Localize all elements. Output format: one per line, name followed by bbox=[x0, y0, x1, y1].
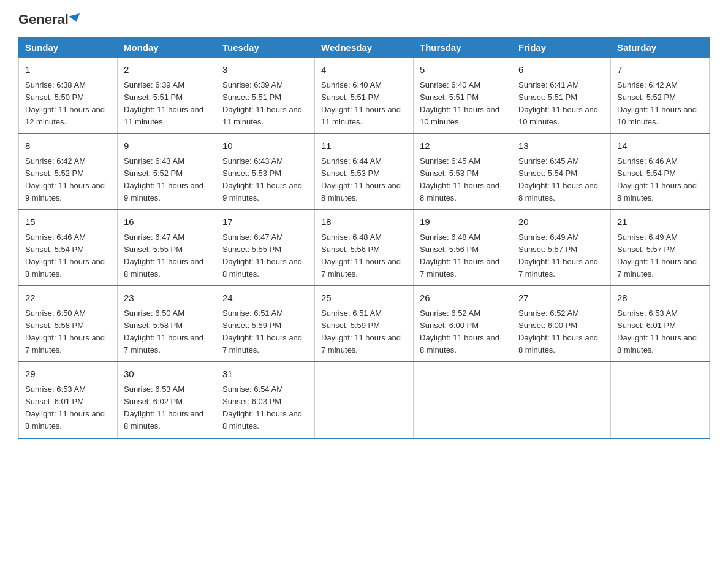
day-number: 23 bbox=[124, 291, 210, 305]
calendar-cell: 9 Sunrise: 6:43 AMSunset: 5:52 PMDayligh… bbox=[118, 134, 216, 210]
day-info: Sunrise: 6:51 AMSunset: 5:59 PMDaylight:… bbox=[222, 308, 302, 354]
calendar-cell: 14 Sunrise: 6:46 AMSunset: 5:54 PMDaylig… bbox=[611, 134, 710, 210]
calendar-cell: 30 Sunrise: 6:53 AMSunset: 6:02 PMDaylig… bbox=[118, 362, 216, 438]
day-info: Sunrise: 6:48 AMSunset: 5:56 PMDaylight:… bbox=[321, 232, 401, 278]
day-number: 30 bbox=[124, 367, 210, 381]
day-number: 5 bbox=[420, 63, 506, 77]
day-info: Sunrise: 6:45 AMSunset: 5:54 PMDaylight:… bbox=[518, 156, 598, 202]
day-number: 6 bbox=[518, 63, 604, 77]
col-monday: Monday bbox=[118, 37, 216, 58]
logo: General bbox=[18, 12, 81, 26]
calendar-cell: 7 Sunrise: 6:42 AMSunset: 5:52 PMDayligh… bbox=[611, 58, 710, 134]
day-number: 13 bbox=[518, 139, 604, 153]
col-saturday: Saturday bbox=[611, 37, 710, 58]
day-number: 10 bbox=[222, 139, 308, 153]
day-info: Sunrise: 6:49 AMSunset: 5:57 PMDaylight:… bbox=[617, 232, 697, 278]
col-wednesday: Wednesday bbox=[315, 37, 414, 58]
col-sunday: Sunday bbox=[19, 37, 118, 58]
calendar-cell: 1 Sunrise: 6:38 AMSunset: 5:50 PMDayligh… bbox=[19, 58, 118, 134]
day-number: 29 bbox=[25, 367, 111, 381]
calendar-cell: 21 Sunrise: 6:49 AMSunset: 5:57 PMDaylig… bbox=[611, 210, 710, 286]
calendar-cell bbox=[611, 362, 710, 438]
calendar-cell: 6 Sunrise: 6:41 AMSunset: 5:51 PMDayligh… bbox=[512, 58, 611, 134]
day-info: Sunrise: 6:50 AMSunset: 5:58 PMDaylight:… bbox=[25, 308, 105, 354]
calendar-cell: 25 Sunrise: 6:51 AMSunset: 5:59 PMDaylig… bbox=[315, 286, 414, 362]
col-tuesday: Tuesday bbox=[216, 37, 315, 58]
day-info: Sunrise: 6:46 AMSunset: 5:54 PMDaylight:… bbox=[25, 232, 105, 278]
calendar-cell: 12 Sunrise: 6:45 AMSunset: 5:53 PMDaylig… bbox=[414, 134, 512, 210]
calendar-week-row: 1 Sunrise: 6:38 AMSunset: 5:50 PMDayligh… bbox=[19, 58, 710, 134]
day-info: Sunrise: 6:53 AMSunset: 6:01 PMDaylight:… bbox=[617, 308, 697, 354]
day-number: 18 bbox=[321, 215, 407, 229]
day-info: Sunrise: 6:52 AMSunset: 6:00 PMDaylight:… bbox=[518, 308, 598, 354]
col-friday: Friday bbox=[512, 37, 611, 58]
page-header: General bbox=[18, 12, 710, 26]
day-number: 20 bbox=[518, 215, 604, 229]
day-number: 24 bbox=[222, 291, 308, 305]
calendar-header: Sunday Monday Tuesday Wednesday Thursday… bbox=[19, 37, 710, 58]
day-number: 4 bbox=[321, 63, 407, 77]
calendar-cell: 10 Sunrise: 6:43 AMSunset: 5:53 PMDaylig… bbox=[216, 134, 315, 210]
day-info: Sunrise: 6:43 AMSunset: 5:52 PMDaylight:… bbox=[124, 156, 203, 202]
day-info: Sunrise: 6:39 AMSunset: 5:51 PMDaylight:… bbox=[124, 80, 203, 126]
calendar-body: 1 Sunrise: 6:38 AMSunset: 5:50 PMDayligh… bbox=[19, 58, 710, 439]
calendar-week-row: 15 Sunrise: 6:46 AMSunset: 5:54 PMDaylig… bbox=[19, 210, 710, 286]
day-info: Sunrise: 6:43 AMSunset: 5:53 PMDaylight:… bbox=[222, 156, 302, 202]
col-thursday: Thursday bbox=[414, 37, 512, 58]
day-number: 19 bbox=[420, 215, 506, 229]
day-number: 8 bbox=[25, 139, 111, 153]
calendar-cell: 3 Sunrise: 6:39 AMSunset: 5:51 PMDayligh… bbox=[216, 58, 315, 134]
calendar-cell bbox=[512, 362, 611, 438]
day-number: 15 bbox=[25, 215, 111, 229]
day-info: Sunrise: 6:46 AMSunset: 5:54 PMDaylight:… bbox=[617, 156, 697, 202]
calendar-cell: 8 Sunrise: 6:42 AMSunset: 5:52 PMDayligh… bbox=[19, 134, 118, 210]
calendar-cell: 4 Sunrise: 6:40 AMSunset: 5:51 PMDayligh… bbox=[315, 58, 414, 134]
day-info: Sunrise: 6:45 AMSunset: 5:53 PMDaylight:… bbox=[420, 156, 499, 202]
day-info: Sunrise: 6:42 AMSunset: 5:52 PMDaylight:… bbox=[25, 156, 105, 202]
day-info: Sunrise: 6:41 AMSunset: 5:51 PMDaylight:… bbox=[518, 80, 598, 126]
logo-general: General bbox=[18, 12, 69, 27]
calendar-cell: 27 Sunrise: 6:52 AMSunset: 6:00 PMDaylig… bbox=[512, 286, 611, 362]
day-number: 22 bbox=[25, 291, 111, 305]
calendar-cell: 13 Sunrise: 6:45 AMSunset: 5:54 PMDaylig… bbox=[512, 134, 611, 210]
day-info: Sunrise: 6:44 AMSunset: 5:53 PMDaylight:… bbox=[321, 156, 401, 202]
day-info: Sunrise: 6:54 AMSunset: 6:03 PMDaylight:… bbox=[222, 385, 302, 431]
day-number: 9 bbox=[124, 139, 210, 153]
calendar-week-row: 8 Sunrise: 6:42 AMSunset: 5:52 PMDayligh… bbox=[19, 134, 710, 210]
day-info: Sunrise: 6:51 AMSunset: 5:59 PMDaylight:… bbox=[321, 308, 401, 354]
calendar-cell: 11 Sunrise: 6:44 AMSunset: 5:53 PMDaylig… bbox=[315, 134, 414, 210]
calendar-cell: 18 Sunrise: 6:48 AMSunset: 5:56 PMDaylig… bbox=[315, 210, 414, 286]
day-number: 2 bbox=[124, 63, 210, 77]
day-info: Sunrise: 6:47 AMSunset: 5:55 PMDaylight:… bbox=[124, 232, 203, 278]
calendar-cell: 28 Sunrise: 6:53 AMSunset: 6:01 PMDaylig… bbox=[611, 286, 710, 362]
day-number: 1 bbox=[25, 63, 111, 77]
calendar-cell: 2 Sunrise: 6:39 AMSunset: 5:51 PMDayligh… bbox=[118, 58, 216, 134]
calendar-cell: 5 Sunrise: 6:40 AMSunset: 5:51 PMDayligh… bbox=[414, 58, 512, 134]
day-info: Sunrise: 6:52 AMSunset: 6:00 PMDaylight:… bbox=[420, 308, 499, 354]
day-number: 25 bbox=[321, 291, 407, 305]
day-info: Sunrise: 6:40 AMSunset: 5:51 PMDaylight:… bbox=[420, 80, 499, 126]
day-number: 3 bbox=[222, 63, 308, 77]
calendar-cell bbox=[414, 362, 512, 438]
day-number: 12 bbox=[420, 139, 506, 153]
calendar-cell: 20 Sunrise: 6:49 AMSunset: 5:57 PMDaylig… bbox=[512, 210, 611, 286]
calendar-cell bbox=[315, 362, 414, 438]
calendar-cell: 23 Sunrise: 6:50 AMSunset: 5:58 PMDaylig… bbox=[118, 286, 216, 362]
day-number: 11 bbox=[321, 139, 407, 153]
calendar-week-row: 29 Sunrise: 6:53 AMSunset: 6:01 PMDaylig… bbox=[19, 362, 710, 438]
day-info: Sunrise: 6:42 AMSunset: 5:52 PMDaylight:… bbox=[617, 80, 697, 126]
calendar-cell: 15 Sunrise: 6:46 AMSunset: 5:54 PMDaylig… bbox=[19, 210, 118, 286]
calendar-cell: 24 Sunrise: 6:51 AMSunset: 5:59 PMDaylig… bbox=[216, 286, 315, 362]
day-number: 7 bbox=[617, 63, 703, 77]
day-info: Sunrise: 6:53 AMSunset: 6:02 PMDaylight:… bbox=[124, 385, 203, 431]
day-info: Sunrise: 6:53 AMSunset: 6:01 PMDaylight:… bbox=[25, 385, 105, 431]
day-number: 26 bbox=[420, 291, 506, 305]
day-info: Sunrise: 6:50 AMSunset: 5:58 PMDaylight:… bbox=[124, 308, 203, 354]
day-number: 21 bbox=[617, 215, 703, 229]
day-info: Sunrise: 6:40 AMSunset: 5:51 PMDaylight:… bbox=[321, 80, 401, 126]
day-info: Sunrise: 6:38 AMSunset: 5:50 PMDaylight:… bbox=[25, 80, 105, 126]
calendar-cell: 17 Sunrise: 6:47 AMSunset: 5:55 PMDaylig… bbox=[216, 210, 315, 286]
calendar-cell: 26 Sunrise: 6:52 AMSunset: 6:00 PMDaylig… bbox=[414, 286, 512, 362]
calendar-cell: 19 Sunrise: 6:48 AMSunset: 5:56 PMDaylig… bbox=[414, 210, 512, 286]
logo-arrow-icon bbox=[69, 13, 82, 23]
